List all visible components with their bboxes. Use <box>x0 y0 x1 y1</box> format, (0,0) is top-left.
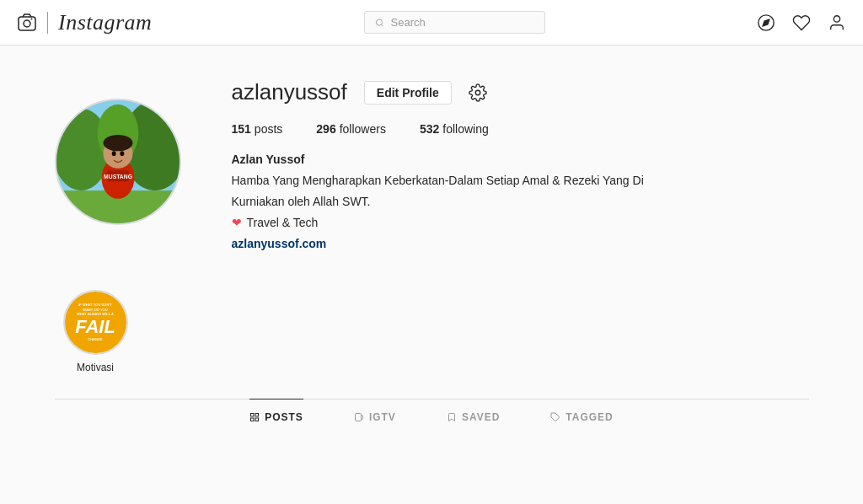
tab-igtv-label: IGTV <box>369 411 396 423</box>
heart-icon[interactable] <box>792 13 811 32</box>
svg-point-20 <box>475 90 480 95</box>
bio-interests: ❤ Travel & Tech <box>232 214 809 232</box>
tab-saved[interactable]: SAVED <box>447 399 500 435</box>
search-box[interactable] <box>364 11 545 34</box>
saved-icon <box>447 412 457 422</box>
svg-rect-23 <box>251 418 255 421</box>
svg-point-16 <box>111 151 115 156</box>
stats-row: 151 posts 296 followers 532 following <box>232 122 809 136</box>
tab-posts[interactable]: POSTS <box>249 399 303 435</box>
search-input[interactable] <box>391 16 534 29</box>
svg-rect-22 <box>255 414 259 417</box>
svg-text:MUSTANG: MUSTANG <box>104 174 132 180</box>
highlight-label-motivasi: Motivasi <box>77 362 114 373</box>
edit-profile-button[interactable]: Edit Profile <box>364 81 452 105</box>
tagged-icon <box>550 412 560 422</box>
header-left: Instagram <box>17 10 152 35</box>
highlight-motivasi[interactable]: IF WHAT YOU DON'TWANT, DO YOUWHAT ALWAYS… <box>63 290 128 373</box>
svg-point-1 <box>24 20 30 27</box>
top-navbar: Instagram <box>0 0 863 46</box>
bio-website-link[interactable]: azlanyussof.com <box>232 237 327 250</box>
following-stat[interactable]: 532 following <box>420 122 489 136</box>
posts-count: 151 <box>232 122 251 136</box>
svg-rect-0 <box>19 17 35 30</box>
svg-point-15 <box>103 135 132 151</box>
avatar-area: MUSTANG <box>55 71 181 253</box>
igtv-icon <box>354 412 364 422</box>
avatar: MUSTANG <box>55 99 181 225</box>
username: azlanyussof <box>232 79 347 105</box>
posts-stat: 151 posts <box>232 122 283 136</box>
bio-text-1: Hamba Yang Mengharapkan Keberkatan-Dalam… <box>232 172 809 190</box>
tab-posts-label: POSTS <box>265 411 303 423</box>
header-icons <box>757 13 846 32</box>
tab-tagged[interactable]: TAGGED <box>550 399 613 435</box>
heart-emoji: ❤ <box>232 214 242 232</box>
tab-tagged-label: TAGGED <box>566 411 613 423</box>
avatar-image: MUSTANG <box>56 100 180 223</box>
highlights-section: IF WHAT YOU DON'TWANT, DO YOUWHAT ALWAYS… <box>55 290 809 373</box>
followers-count: 296 <box>316 122 335 136</box>
search-container <box>152 11 757 34</box>
highlight-circle-motivasi: IF WHAT YOU DON'TWANT, DO YOUWHAT ALWAYS… <box>63 290 128 355</box>
following-label: following <box>442 122 488 136</box>
profile-section: MUSTANG azlanyussof Edit Profile 151 <box>55 71 809 253</box>
bio-text-2: Kurniakan oleh Allah SWT. <box>232 193 809 211</box>
main-content: MUSTANG azlanyussof Edit Profile 151 <box>38 46 826 435</box>
posts-label: posts <box>255 122 282 136</box>
header-divider <box>47 12 48 34</box>
svg-rect-25 <box>355 414 361 421</box>
interests-text: Travel & Tech <box>247 214 319 232</box>
svg-rect-21 <box>251 414 255 417</box>
settings-icon[interactable] <box>469 83 487 102</box>
profile-info: azlanyussof Edit Profile 151 posts 296 f… <box>232 71 809 253</box>
following-count: 532 <box>420 122 439 136</box>
instagram-wordmark: Instagram <box>58 10 152 35</box>
followers-label: followers <box>340 122 386 136</box>
svg-marker-6 <box>763 19 769 26</box>
followers-stat[interactable]: 296 followers <box>316 122 386 136</box>
profile-header-row: azlanyussof Edit Profile <box>232 79 809 105</box>
tab-saved-label: SAVED <box>462 411 500 423</box>
highlight-image-motivasi: IF WHAT YOU DON'TWANT, DO YOUWHAT ALWAYS… <box>65 292 126 353</box>
search-icon <box>375 18 384 28</box>
compass-icon[interactable] <box>757 13 775 32</box>
profile-icon[interactable] <box>828 13 846 32</box>
bio-section: Azlan Yussof Hamba Yang Mengharapkan Keb… <box>232 151 809 253</box>
svg-rect-24 <box>255 418 259 421</box>
svg-point-7 <box>834 15 839 21</box>
tab-igtv[interactable]: IGTV <box>354 399 396 435</box>
instagram-logo-icon[interactable] <box>17 13 37 33</box>
svg-point-2 <box>31 18 33 19</box>
posts-grid-icon <box>249 412 260 422</box>
tabs-section: POSTS IGTV SAVED TAGGED <box>55 399 809 435</box>
svg-point-17 <box>120 151 124 156</box>
svg-point-3 <box>376 19 382 24</box>
bio-name: Azlan Yussof <box>232 151 809 169</box>
svg-line-4 <box>381 24 383 26</box>
